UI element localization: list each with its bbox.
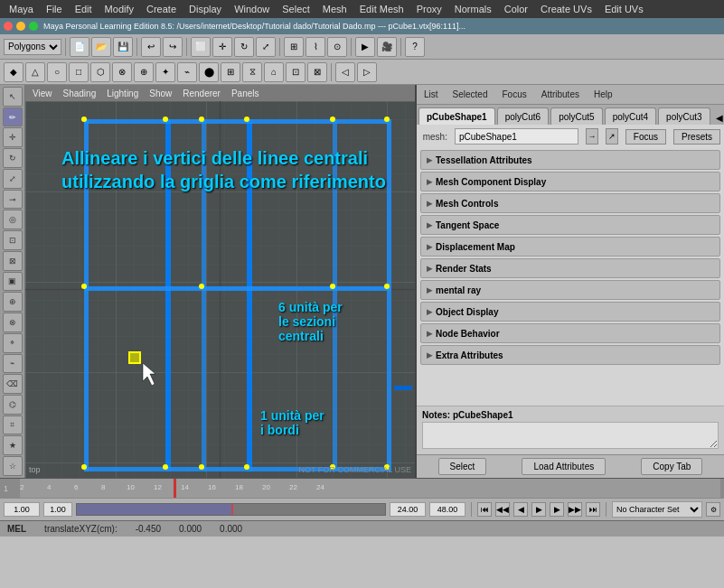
mesh-nav-icon[interactable]: ↗ <box>606 128 618 145</box>
shelf-btn-13[interactable]: ⌂ <box>264 62 284 82</box>
frame-start-input[interactable] <box>4 502 40 517</box>
viewport[interactable]: View Shading Lighting Show Renderer Pane… <box>25 85 417 478</box>
shelf-btn-15[interactable]: ⊠ <box>307 62 327 82</box>
focus-item[interactable]: Focus <box>498 88 530 101</box>
shelf-btn-5[interactable]: ⬡ <box>90 62 110 82</box>
viewport-canvas[interactable]: Allineare i vertici delle linee centrali… <box>25 101 415 478</box>
section-mesh-component-header[interactable]: ▶ Mesh Component Display <box>421 173 719 191</box>
help-item[interactable]: Help <box>590 88 616 101</box>
tool-btn-7[interactable]: ◎ <box>3 210 23 229</box>
view-menu[interactable]: View <box>29 89 56 98</box>
ipr-btn[interactable]: 🎥 <box>377 37 397 57</box>
timeline-track[interactable]: 2 4 6 8 10 12 14 16 18 20 22 24 <box>20 479 720 498</box>
shelf-btn-9[interactable]: ⌁ <box>177 62 197 82</box>
window-menu[interactable]: Window <box>229 2 275 16</box>
selected-item[interactable]: Selected <box>449 88 492 101</box>
edit-uvs-menu[interactable]: Edit UVs <box>599 2 649 16</box>
snap-point[interactable]: ⊙ <box>327 37 347 57</box>
tab-polycut3[interactable]: polyCut3 <box>658 107 710 125</box>
create-menu[interactable]: Create <box>141 2 182 16</box>
next-btn[interactable]: ▶ <box>550 502 564 517</box>
shelf-btn-16[interactable]: ◁ <box>335 62 355 82</box>
undo-button[interactable]: ↩ <box>141 37 161 57</box>
show-menu[interactable]: Show <box>146 89 175 98</box>
render-btn[interactable]: ▶ <box>355 37 375 57</box>
section-displacement-header[interactable]: ▶ Displacement Map <box>421 238 719 256</box>
edit-menu[interactable]: Edit <box>70 2 98 16</box>
load-attributes-button[interactable]: Load Attributes <box>522 458 606 475</box>
tool-btn-15[interactable]: ⌫ <box>3 374 23 394</box>
prev-frame-btn[interactable]: ◀◀ <box>495 502 510 517</box>
move-tool-btn[interactable]: ✛ <box>3 127 23 147</box>
tool-btn-11[interactable]: ⊕ <box>3 292 23 312</box>
shelf-btn-4[interactable]: □ <box>69 62 89 82</box>
anim-options-btn[interactable]: ⚙ <box>706 502 720 517</box>
panels-menu[interactable]: Panels <box>228 89 263 98</box>
maya-menu[interactable]: Maya <box>4 2 39 16</box>
snap-curve[interactable]: ⌇ <box>306 37 325 57</box>
help-btn[interactable]: ? <box>405 37 425 57</box>
rotate-tool-btn[interactable]: ↻ <box>3 148 23 168</box>
go-start-btn[interactable]: ⏮ <box>477 502 492 517</box>
frame-current-input[interactable] <box>43 502 72 517</box>
mesh-link-icon[interactable]: → <box>586 128 598 145</box>
tool-btn-10[interactable]: ▣ <box>3 272 23 292</box>
presets-button[interactable]: Presets <box>673 129 720 145</box>
attributes-item[interactable]: Attributes <box>538 88 583 101</box>
shelf-btn-8[interactable]: ✦ <box>155 62 175 82</box>
select-button[interactable]: Select <box>438 458 487 475</box>
redo-button[interactable]: ↪ <box>163 37 183 57</box>
go-end-btn[interactable]: ⏭ <box>586 502 600 517</box>
display-menu[interactable]: Display <box>183 2 227 16</box>
save-scene-button[interactable]: 💾 <box>113 37 133 57</box>
normals-menu[interactable]: Normals <box>449 2 497 16</box>
tool-btn-17[interactable]: ⌗ <box>3 415 23 435</box>
proxy-menu[interactable]: Proxy <box>411 2 447 16</box>
snap-grid[interactable]: ⊞ <box>284 37 304 57</box>
scale-tool-btn[interactable]: ⤢ <box>3 169 23 189</box>
tool-btn-13[interactable]: ⌖ <box>3 333 23 353</box>
tool-btn-12[interactable]: ⊗ <box>3 313 23 332</box>
notes-textarea[interactable] <box>422 422 719 449</box>
move-tool[interactable]: ✛ <box>212 37 232 57</box>
open-scene-button[interactable]: 📂 <box>91 37 111 57</box>
shelf-btn-7[interactable]: ⊕ <box>134 62 154 82</box>
modify-menu[interactable]: Modify <box>99 2 139 16</box>
mesh-menu[interactable]: Mesh <box>317 2 353 16</box>
section-tangent-header[interactable]: ▶ Tangent Space <box>421 216 719 234</box>
frame-playback-end-input[interactable] <box>429 502 465 517</box>
focus-button[interactable]: Focus <box>625 129 666 145</box>
mode-dropdown[interactable]: Polygons <box>4 39 61 55</box>
create-uvs-menu[interactable]: Create UVs <box>535 2 597 16</box>
shelf-btn-2[interactable]: △ <box>25 62 45 82</box>
shelf-btn-17[interactable]: ▷ <box>357 62 377 82</box>
tab-polycut5[interactable]: polyCut5 <box>550 107 602 125</box>
tool-btn-19[interactable]: ☆ <box>3 456 23 476</box>
tool-btn-9[interactable]: ⊠ <box>3 251 23 271</box>
lighting-menu[interactable]: Lighting <box>103 89 142 98</box>
section-tessellation-header[interactable]: ▶ Tessellation Attributes <box>421 151 719 169</box>
next-frame-btn[interactable]: ▶▶ <box>568 502 582 517</box>
section-mental-ray-header[interactable]: ▶ mental ray <box>421 281 719 299</box>
copy-tab-button[interactable]: Copy Tab <box>641 458 702 475</box>
play-btn[interactable]: ▶ <box>531 502 546 517</box>
rotate-tool[interactable]: ↻ <box>234 37 254 57</box>
tool-btn-16[interactable]: ⌬ <box>3 395 23 415</box>
char-set-dropdown[interactable]: No Character Set <box>612 501 702 518</box>
section-mesh-controls-header[interactable]: ▶ Mesh Controls <box>421 194 719 212</box>
close-button[interactable] <box>4 22 13 31</box>
tab-left-arrow[interactable]: ◀ <box>712 111 724 125</box>
new-scene-button[interactable]: 📄 <box>70 37 89 57</box>
shelf-btn-10[interactable]: ⬤ <box>199 62 219 82</box>
tool-btn-14[interactable]: ⌁ <box>3 354 23 374</box>
scale-tool[interactable]: ⤢ <box>256 37 276 57</box>
shelf-btn-3[interactable]: ○ <box>47 62 67 82</box>
frame-end-input[interactable] <box>390 502 426 517</box>
shelf-btn-14[interactable]: ⊡ <box>286 62 306 82</box>
select-menu[interactable]: Select <box>277 2 315 16</box>
tab-polycut6[interactable]: polyCut6 <box>497 107 549 125</box>
mesh-input[interactable] <box>455 128 578 145</box>
list-item[interactable]: List <box>420 88 442 101</box>
section-node-behavior-header[interactable]: ▶ Node Behavior <box>421 324 719 342</box>
tab-pcubeshape1[interactable]: pCubeShape1 <box>418 107 495 125</box>
